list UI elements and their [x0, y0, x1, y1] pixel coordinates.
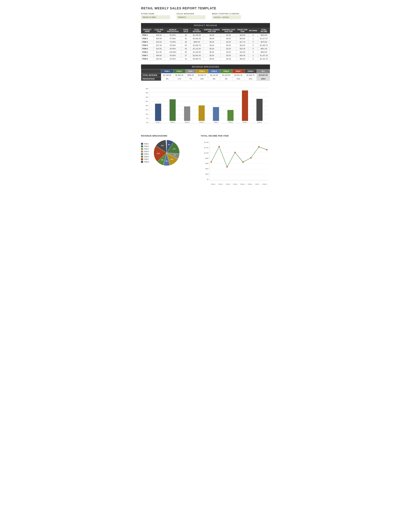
table-cell: $2.50	[221, 47, 237, 50]
bar-chart-bars: ITEM 1ITEM 2ITEM 3ITEM 4ITEM 5ITEM 6ITEM…	[149, 88, 268, 123]
pie-label: 13%	[170, 159, 173, 160]
legend-label: ITEM 7	[144, 159, 149, 160]
table-cell: $19.50	[153, 40, 164, 44]
table-cell: 2	[248, 54, 258, 57]
table-cell: $2.50	[221, 54, 237, 57]
table-cell: $810.00	[258, 50, 270, 54]
table-row: ITEM 4$17.5090.00%55$1,828.75$5.00$2.50$…	[141, 44, 270, 47]
breakdown-col-header: ITEM 5	[208, 69, 220, 73]
legend-label: ITEM 8	[144, 161, 149, 163]
table-cell: $1,828.75	[196, 73, 208, 77]
table-cell: $17.50	[153, 44, 164, 47]
table-cell: $24.50	[153, 37, 164, 40]
table-cell: 55	[181, 44, 190, 47]
table-row: TOTAL REVENUE$1,248.98$2,382.38$955.50$1…	[141, 73, 270, 77]
table-cell: $955.50	[190, 40, 203, 44]
bar-label: ITEM 4	[199, 122, 204, 123]
table-cell: ITEM 7	[141, 54, 154, 57]
table-cell: $653.98	[258, 34, 270, 37]
table-cell: $5.00	[203, 57, 221, 61]
legend-color	[141, 153, 143, 155]
bar-y-axis: $40$35$30$25$20$15$10$5$0	[141, 88, 149, 123]
bottom-charts: REVENUE BREAKDOWN ITEM 1ITEM 2ITEM 3ITEM…	[141, 135, 270, 187]
line-chart-point	[211, 161, 212, 163]
table-cell: $2,991.45	[232, 73, 244, 77]
line-x-label: ITEM 5	[240, 183, 245, 185]
product-col-header: SHIPPING CHARGE PER ITEM	[203, 28, 221, 34]
table-cell: $2.50	[221, 37, 237, 40]
bar-group: ITEM 1	[151, 88, 165, 123]
bar-chart-inner: ITEM 1ITEM 2ITEM 3ITEM 4ITEM 5ITEM 6ITEM…	[149, 88, 268, 123]
pie-label: 17%	[173, 148, 176, 150]
table-cell: 100.00%	[164, 50, 181, 54]
store-value: Market on Main	[141, 15, 170, 19]
y-axis-label: $15	[146, 109, 148, 111]
legend-item: ITEM 2	[141, 145, 149, 147]
bar	[184, 106, 190, 121]
pie-label: 9%	[161, 159, 163, 161]
line-chart-line	[211, 147, 267, 167]
bar-group: ITEM 3	[180, 88, 194, 123]
bar-group: ITEM 8	[252, 88, 267, 123]
product-col-header: SHIPPING COST PER ITEM	[221, 28, 237, 34]
table-cell: 0	[248, 50, 258, 54]
legend-item: ITEM 8	[141, 161, 149, 163]
table-cell: $2.50	[221, 57, 237, 61]
bar	[242, 90, 248, 121]
product-revenue-section: PRODUCT REVENUE PRODUCT NAMECOST PER ITE…	[141, 23, 270, 61]
bar-label: ITEM 7	[243, 122, 247, 123]
y-axis-label: $20	[146, 105, 148, 106]
line-chart-point	[250, 157, 252, 159]
table-cell: $2.50	[221, 50, 237, 54]
product-revenue-table: PRODUCT NAMECOST PER ITEMMARKUP PERCENTA…	[141, 28, 270, 61]
revenue-breakdown-table: ITEM 1ITEM 2ITEM 3ITEM 4ITEM 5ITEM 6ITEM…	[141, 69, 270, 81]
table-cell: $955.50	[185, 73, 196, 77]
pie-container: ITEM 1ITEM 2ITEM 3ITEM 4ITEM 5ITEM 6ITEM…	[141, 138, 196, 167]
bar	[227, 110, 234, 121]
table-cell: $1,131.00	[190, 47, 203, 50]
table-cell: ITEM 2	[141, 37, 154, 40]
table-cell: 21%	[232, 77, 244, 81]
pie-label: 7%	[174, 154, 176, 156]
line-x-label: ITEM 7	[255, 183, 260, 185]
table-cell: $1,217.07	[258, 37, 270, 40]
table-cell: 40	[181, 47, 190, 50]
line-x-label: ITEM 4	[233, 183, 238, 185]
line-chart-title: TOTAL INCOME PER ITEM	[201, 135, 270, 137]
bar-label: ITEM 1	[156, 122, 160, 123]
table-cell: 100%	[257, 77, 270, 81]
table-cell: $34.35	[237, 54, 248, 57]
line-chart-point	[234, 152, 236, 153]
week-label: WEEK STARTING & ENDING	[212, 13, 241, 15]
table-cell: $14.50	[153, 47, 164, 50]
product-col-header: TOTAL SOLD	[181, 28, 190, 34]
pie-label: 9%	[168, 144, 170, 145]
table-row: ITEM 5$14.5095.00%40$1,131.00$5.00$2.50$…	[141, 47, 270, 50]
table-cell: 0	[248, 44, 258, 47]
table-cell: $49.00	[153, 54, 164, 57]
table-cell: $1,320.00	[190, 50, 203, 54]
y-axis-label: $40	[146, 88, 148, 89]
table-cell: $1,207.25	[258, 54, 270, 57]
week-group: WEEK STARTING & ENDING xx/xx/xx - xx/xx/…	[212, 13, 241, 19]
bar	[169, 99, 176, 121]
table-cell: 7%	[185, 77, 196, 81]
legend-color	[141, 145, 143, 147]
table-cell: 95.00%	[164, 47, 181, 50]
pie-chart-svg: 9%17%7%13%8%9%21%15%	[152, 138, 181, 167]
table-cell: 0	[248, 40, 258, 44]
legend-item: ITEM 1	[141, 143, 149, 145]
legend-color	[141, 156, 143, 158]
table-cell: $1,248.98	[161, 73, 173, 77]
table-cell: 15%	[244, 77, 257, 81]
bar-label: ITEM 8	[257, 122, 262, 123]
line-chart-container: $1,400$1,200$1,000$800$600$400$200$0 ITE…	[201, 138, 270, 187]
legend-color	[141, 148, 143, 150]
product-col-header: TOTAL INCOME	[258, 28, 270, 34]
table-cell: ITEM 8	[141, 57, 154, 61]
table-cell: 0	[248, 47, 258, 50]
table-cell: 1	[248, 37, 258, 40]
table-cell: ITEM 4	[141, 44, 154, 47]
pie-chart-title: REVENUE BREAKDOWN	[141, 135, 196, 137]
table-cell: 9%	[161, 77, 173, 81]
